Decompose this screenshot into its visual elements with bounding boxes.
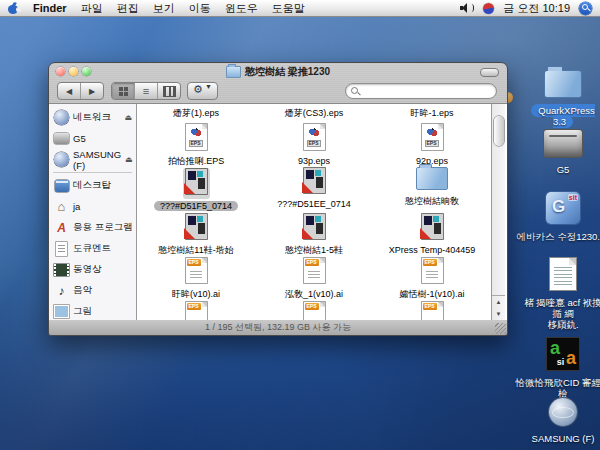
file-grid: 燔芽(1).eps 燔芽(CS3).eps 盱眸-1.eps EPS 拍恰推唎.…: [137, 104, 491, 320]
file-item[interactable]: 盱眸-1.eps: [373, 106, 491, 119]
file-label: ???#D51EE_0714: [255, 199, 373, 210]
sidebar-item-home[interactable]: ⌂ ja: [49, 196, 136, 217]
input-language-flag-icon[interactable]: [483, 3, 494, 14]
file-item[interactable]: 憨埪樹結11鞋-堦始: [137, 214, 255, 256]
status-text: 1 / 195 선택됨, 132.19 GB 사용 가능: [205, 321, 351, 334]
ai-file-icon: EPS: [304, 302, 325, 320]
scroll-down-arrow[interactable]: ▼: [496, 311, 502, 317]
desktop-icon-sit-archive[interactable]: Gsit 에바카스 수정1230.sit: [516, 192, 600, 242]
sidebar-item-desktop[interactable]: 데스크탑: [49, 175, 136, 196]
folder-proxy-icon[interactable]: [226, 66, 241, 78]
menu-window[interactable]: 윈도우: [225, 1, 258, 16]
desktop-icon-samsung[interactable]: SAMSUNG (F): [520, 398, 600, 444]
file-item[interactable]: EPS 孀恬樹-1(v10).ai: [373, 258, 491, 300]
desktop-icon-quarkxpress[interactable]: QuarkXPress 3.3: [520, 70, 600, 127]
folder-icon: [544, 70, 582, 98]
status-bar: 1 / 195 선택됨, 132.19 GB 사용 가능: [49, 320, 507, 335]
file-item[interactable]: XPress Temp-404459: [373, 214, 491, 256]
sidebar-item-network[interactable]: 네트워크 ⏏: [49, 107, 136, 128]
file-item[interactable]: 憨埪樹結1-5鞋: [255, 214, 373, 256]
eject-icon[interactable]: ⏏: [124, 113, 132, 122]
menu-help[interactable]: 도움말: [272, 1, 305, 16]
spotlight-icon[interactable]: [579, 2, 592, 15]
folder-icon: [416, 167, 448, 190]
hard-drive-icon: [54, 133, 69, 144]
network-icon: [54, 110, 69, 125]
home-icon: ⌂: [54, 199, 69, 214]
forward-button[interactable]: ▶: [80, 83, 103, 99]
desktop-icon: [55, 180, 69, 192]
file-item[interactable]: EPS 93p.eps: [255, 124, 373, 167]
desktop-icon-text-document[interactable]: 楮 揭喹憙 acf 袱換揗 綢栘廎釚.: [520, 258, 600, 330]
desktop-icon-label: 에바카스 수정1230.sit: [516, 231, 600, 242]
quark-document-icon: [304, 168, 325, 193]
file-label: 憨埪樹結1-5鞋: [255, 245, 373, 256]
menu-view[interactable]: 보기: [153, 1, 175, 16]
stuffit-archive-icon: Gsit: [546, 192, 580, 224]
sidebar-item-documents[interactable]: 도큐멘트: [49, 238, 136, 259]
text-document-icon: [550, 258, 576, 290]
menu-bar-clock[interactable]: 금 오전 10:19: [503, 1, 570, 16]
network-drive-icon: [549, 398, 577, 426]
resize-grip[interactable]: [495, 323, 506, 334]
quark-document-icon: [186, 169, 207, 194]
ai-file-icon: EPS: [186, 258, 207, 283]
file-item[interactable]: EPS: [373, 302, 491, 320]
desktop-icon-g5[interactable]: G5: [520, 130, 600, 175]
file-label: 盱眸-1.eps: [373, 108, 491, 119]
eject-icon[interactable]: ⏏: [125, 155, 133, 164]
file-item[interactable]: EPS 泓敎_1(v10).ai: [255, 258, 373, 300]
file-item[interactable]: EPS 拍恰推唎.EPS: [137, 124, 255, 167]
menu-file[interactable]: 파일: [81, 1, 103, 16]
toolbar-toggle-button[interactable]: [480, 68, 499, 77]
scroll-up-arrow[interactable]: ▲: [496, 299, 502, 305]
sidebar-item-applications[interactable]: A 응용 프로그램: [49, 217, 136, 238]
ai-file-icon: EPS: [186, 302, 207, 320]
menu-bar: Finder 파일 편집 보기 이동 윈도우 도움말 금 오전 10:19: [0, 0, 600, 17]
file-item[interactable]: 燔芽(1).eps: [137, 106, 255, 119]
finder-window: 憨埪樹結 梁推1230 ◀ ▶ ≡ ⚙ ▼ 네트워크 ⏏: [48, 62, 508, 336]
file-label: 孀恬樹-1(v10).ai: [373, 289, 491, 300]
column-view-button[interactable]: [157, 83, 180, 99]
file-label: 93p.eps: [255, 156, 373, 167]
file-item[interactable]: 燔芽(CS3).eps: [255, 106, 373, 119]
file-item[interactable]: EPS 盱眸(v10).ai: [137, 258, 255, 300]
quark-document-icon: [422, 214, 443, 239]
search-field[interactable]: [345, 83, 497, 99]
back-button[interactable]: ◀: [58, 83, 80, 99]
file-label: XPress Temp-404459: [373, 245, 491, 256]
window-title-bar[interactable]: 憨埪樹結 梁推1230: [49, 63, 507, 79]
vertical-scrollbar[interactable]: ▲ ▼: [491, 104, 505, 320]
desktop-icon-asia-cid[interactable]: a si a 恰微恰飛欣CID 審經庭檢: [514, 338, 600, 399]
search-input[interactable]: [362, 84, 494, 98]
file-label: 燔芽(1).eps: [137, 108, 255, 119]
sidebar-item-movies[interactable]: 동영상: [49, 259, 136, 280]
window-title: 憨埪樹結 梁推1230: [49, 65, 507, 79]
sidebar-item-pictures[interactable]: 그림: [49, 301, 136, 322]
sidebar-item-g5[interactable]: G5: [49, 128, 136, 149]
apple-menu-icon[interactable]: [8, 2, 19, 14]
action-gear-icon[interactable]: ⚙: [193, 83, 203, 99]
quark-document-icon: [186, 214, 207, 239]
asia-cid-icon: a si a: [547, 338, 579, 370]
app-menu-finder[interactable]: Finder: [33, 2, 67, 14]
scrollbar-thumb[interactable]: [494, 116, 504, 146]
file-item[interactable]: EPS: [255, 302, 373, 320]
ai-file-icon: EPS: [422, 302, 443, 320]
icon-view-button[interactable]: [112, 83, 134, 99]
desktop-icon-label: 恰微恰飛欣CID 審經庭檢: [514, 377, 600, 399]
list-view-button[interactable]: ≡: [134, 83, 157, 99]
menu-edit[interactable]: 편집: [117, 1, 139, 16]
file-item[interactable]: EPS 92p.eps: [373, 124, 491, 167]
sidebar-item-samsung[interactable]: SAMSUNG (F) ⏏: [49, 149, 136, 170]
volume-icon[interactable]: [460, 3, 474, 14]
file-item[interactable]: ???#D51EE_0714: [255, 168, 373, 210]
sidebar-item-music[interactable]: ♪ 음악: [49, 280, 136, 301]
desktop-icon-label: SAMSUNG (F): [520, 433, 600, 444]
file-item[interactable]: EPS: [137, 302, 255, 320]
file-item-selected[interactable]: ???#D51F5_0714: [137, 168, 255, 212]
movies-icon: [54, 264, 69, 276]
file-item[interactable]: 憨埪樹結晌敎: [373, 164, 491, 207]
music-icon: ♪: [54, 283, 69, 298]
menu-go[interactable]: 이동: [189, 1, 211, 16]
